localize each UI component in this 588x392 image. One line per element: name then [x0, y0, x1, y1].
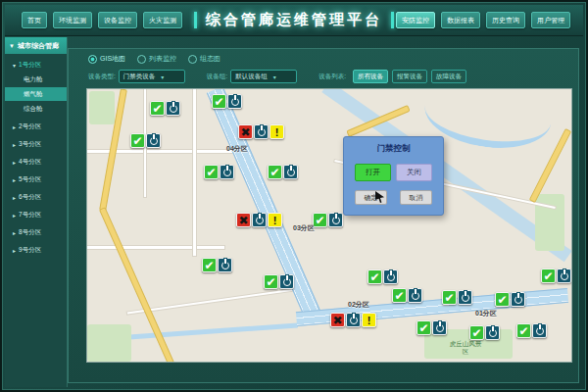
- sidebar-item[interactable]: ▸7号分区: [5, 208, 67, 221]
- close-button[interactable]: 关闭: [396, 164, 432, 181]
- check-icon[interactable]: ✔: [313, 213, 327, 227]
- nav-button[interactable]: 数据报表: [441, 12, 480, 28]
- device-status-group-ok[interactable]: ✔: [516, 323, 547, 338]
- caret-right-icon: ▸: [13, 212, 16, 219]
- device-status-group-ok[interactable]: ✔: [264, 274, 294, 289]
- open-button[interactable]: 打开: [355, 164, 391, 181]
- power-icon[interactable]: [254, 124, 269, 139]
- nav-button[interactable]: 火灾监测: [143, 12, 182, 28]
- sidebar-root-node[interactable]: ▼ 城市综合管廊: [5, 37, 67, 54]
- sidebar-item-label: 6号分区: [19, 193, 41, 202]
- check-icon[interactable]: ✔: [392, 288, 407, 303]
- power-icon[interactable]: [346, 313, 361, 327]
- check-icon[interactable]: ✔: [264, 274, 278, 289]
- device-status-group-ok[interactable]: ✔: [150, 101, 180, 116]
- sidebar-item[interactable]: ▸6号分区: [5, 190, 67, 204]
- power-icon[interactable]: [532, 323, 547, 338]
- power-icon[interactable]: [218, 258, 232, 272]
- check-icon[interactable]: ✔: [212, 94, 226, 109]
- check-icon[interactable]: ✔: [202, 258, 217, 272]
- nav-button[interactable]: 首页: [22, 12, 47, 28]
- device-status-group-alarm[interactable]: ✖!: [238, 124, 284, 139]
- check-icon[interactable]: ✔: [368, 270, 382, 284]
- check-icon[interactable]: ✔: [469, 325, 484, 340]
- power-icon[interactable]: [227, 94, 242, 109]
- map-road: [127, 287, 303, 314]
- check-icon[interactable]: ✔: [495, 292, 510, 307]
- device-status-group-ok[interactable]: ✔: [368, 270, 398, 284]
- nav-button[interactable]: 历史查询: [486, 12, 525, 28]
- view-mode-option[interactable]: 列表监控: [137, 54, 176, 64]
- device-group-select[interactable]: 默认设备组: [230, 70, 297, 83]
- device-status-group-ok[interactable]: ✔: [268, 165, 298, 179]
- device-status-group-ok[interactable]: ✔: [212, 94, 242, 109]
- device-status-group-ok[interactable]: ✔: [202, 258, 232, 272]
- warning-icon[interactable]: !: [270, 124, 284, 139]
- view-mode-option[interactable]: 组态图: [188, 54, 220, 64]
- device-status-group-alarm[interactable]: ✖!: [236, 213, 282, 227]
- sidebar-item[interactable]: ▸5号分区: [5, 172, 67, 186]
- check-icon[interactable]: ✔: [442, 290, 457, 305]
- power-icon[interactable]: [383, 270, 398, 284]
- sidebar-item[interactable]: ▸3号分区: [5, 137, 67, 151]
- check-icon[interactable]: ✔: [204, 165, 219, 179]
- access-control-dialog: 门禁控制 打开 关闭 确定 取消: [343, 136, 444, 216]
- power-icon[interactable]: [485, 325, 500, 340]
- sidebar-item[interactable]: ▸4号分区: [5, 155, 67, 169]
- nav-button[interactable]: 用户管理: [531, 12, 570, 28]
- device-filter-button[interactable]: 故障设备: [431, 70, 466, 83]
- sidebar-item[interactable]: 燃气舱: [5, 87, 67, 101]
- error-icon[interactable]: ✖: [238, 124, 253, 139]
- device-status-group-ok[interactable]: ✔: [495, 292, 525, 307]
- power-icon[interactable]: [279, 274, 294, 289]
- device-status-group-ok[interactable]: ✔: [416, 320, 447, 335]
- check-icon[interactable]: ✔: [516, 323, 531, 338]
- device-status-group-ok[interactable]: ✔: [392, 288, 422, 303]
- sidebar-item[interactable]: ▾1号分区: [5, 58, 67, 72]
- sidebar-item[interactable]: 电力舱: [5, 73, 67, 86]
- map-park: [89, 91, 115, 124]
- check-icon[interactable]: ✔: [541, 269, 556, 283]
- power-icon[interactable]: [511, 292, 525, 307]
- caret-right-icon: ▸: [13, 159, 16, 166]
- check-icon[interactable]: ✔: [130, 133, 145, 148]
- check-icon[interactable]: ✔: [268, 165, 282, 179]
- device-type-select[interactable]: 门禁类设备: [119, 70, 185, 83]
- view-mode-option[interactable]: GIS地图: [88, 54, 125, 64]
- device-status-group-ok[interactable]: ✔: [313, 213, 343, 227]
- warning-icon[interactable]: !: [268, 213, 282, 227]
- nav-button[interactable]: 设备监控: [98, 12, 137, 28]
- power-icon[interactable]: [146, 133, 161, 148]
- device-status-group-ok[interactable]: ✔: [204, 165, 234, 179]
- device-status-group-alarm[interactable]: ✖!: [330, 313, 376, 327]
- warning-icon[interactable]: !: [362, 313, 376, 327]
- power-icon[interactable]: [252, 213, 267, 227]
- device-status-group-ok[interactable]: ✔: [469, 325, 500, 340]
- power-icon[interactable]: [458, 290, 472, 305]
- nav-button[interactable]: 环境监测: [53, 12, 92, 28]
- error-icon[interactable]: ✖: [236, 213, 251, 227]
- sidebar-item[interactable]: ▸2号分区: [5, 120, 67, 133]
- power-icon[interactable]: [408, 288, 422, 303]
- gis-map[interactable]: 虎丘山风景区 ✔✔✔✔✔✔✔✔✔✔✔✔✔✔✔✔✖!✖!✖!04分区03分区02分…: [86, 88, 572, 363]
- power-icon[interactable]: [283, 165, 298, 179]
- device-filter-button[interactable]: 报警设备: [392, 70, 427, 83]
- sidebar-item-label: 9号分区: [19, 246, 41, 255]
- power-icon[interactable]: [328, 213, 343, 227]
- device-status-group-ok[interactable]: ✔: [442, 290, 472, 305]
- sidebar-item[interactable]: 综合舱: [5, 102, 67, 116]
- power-icon[interactable]: [432, 320, 447, 335]
- power-icon[interactable]: [220, 165, 234, 179]
- sidebar-item[interactable]: ▸8号分区: [5, 225, 67, 239]
- power-icon[interactable]: [166, 101, 180, 116]
- caret-right-icon: ▸: [13, 176, 16, 183]
- device-filter-button[interactable]: 所有设备: [353, 70, 388, 83]
- check-icon[interactable]: ✔: [150, 101, 165, 116]
- device-status-group-ok[interactable]: ✔: [130, 133, 161, 148]
- sidebar-item[interactable]: ▸9号分区: [5, 243, 67, 257]
- error-icon[interactable]: ✖: [330, 313, 345, 327]
- cancel-button[interactable]: 取消: [400, 190, 432, 205]
- power-icon[interactable]: [557, 269, 571, 283]
- check-icon[interactable]: ✔: [416, 320, 431, 335]
- device-status-group-ok[interactable]: ✔: [541, 269, 571, 283]
